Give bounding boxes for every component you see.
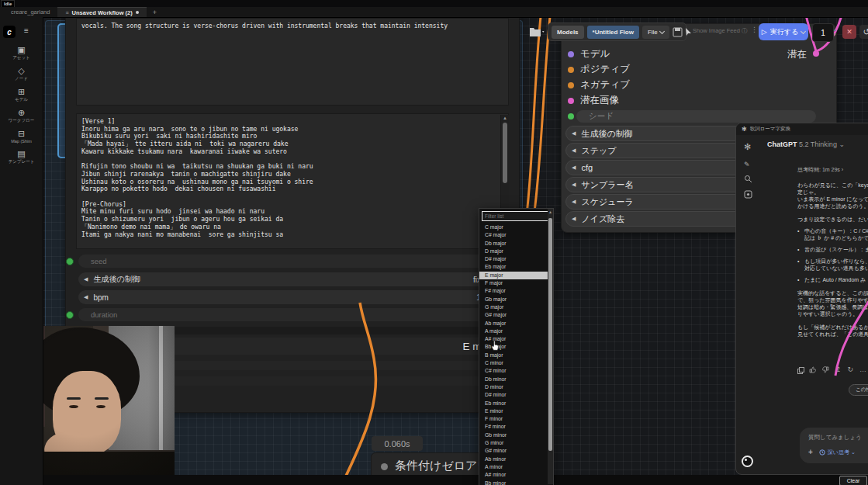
sidebar-item[interactable]: ⊞ モデル	[0, 87, 43, 102]
sidebar-item[interactable]: ▣ アセット	[0, 45, 43, 61]
sidebar-menu: ▣ アセット ◇ ノード ⊞ モデル ⊕ ワークフロー ⊟ Map (Shim	[0, 45, 43, 170]
menu-icon[interactable]: ≡	[65, 10, 68, 16]
mouse-cursor	[0, 0, 868, 485]
sidebar-item-label: ノード	[0, 76, 43, 81]
sidebar-item[interactable]: ⊕ ワークフロー	[0, 108, 43, 123]
top-strip: Idle	[0, 0, 868, 7]
sidebar-item-label: アセット	[0, 55, 43, 61]
sidebar-item-icon: ⊕	[0, 108, 43, 118]
left-sidebar: c ≡ ▣ アセット ◇ ノード ⊞ モデル ⊕ ワークフロー	[0, 17, 43, 485]
sidebar-item-label: ワークフロー	[0, 118, 43, 123]
tab-unsaved-workflow[interactable]: ≡ Unsaved Workflow (2)	[57, 7, 146, 17]
sidebar-toggle-icon[interactable]: ≡	[24, 26, 29, 35]
unsaved-dot	[136, 11, 139, 14]
sidebar-item-icon: ◇	[0, 66, 43, 76]
sidebar-item[interactable]: ◇ ノード	[0, 66, 43, 81]
app-logo: c	[3, 26, 16, 38]
new-tab-button[interactable]: +	[147, 7, 163, 17]
sidebar-item-label: モデル	[0, 97, 43, 102]
sidebar-item-label: テンプレート	[0, 159, 43, 165]
sidebar-item-icon: ⊟	[0, 129, 43, 139]
sidebar-item[interactable]: ▤ テンプレート	[0, 149, 43, 165]
sidebar-item-label: Map (Shim	[0, 139, 43, 144]
sidebar-item-icon: ▣	[0, 45, 43, 55]
sidebar-item-icon: ▤	[0, 149, 43, 159]
sidebar-item-icon: ⊞	[0, 87, 43, 97]
tab-creare-garland[interactable]: creare_garland	[3, 7, 57, 17]
workflow-tab-bar: creare_garland ≡ Unsaved Workflow (2) +	[0, 7, 868, 18]
sidebar-item[interactable]: ⊟ Map (Shim	[0, 129, 43, 144]
